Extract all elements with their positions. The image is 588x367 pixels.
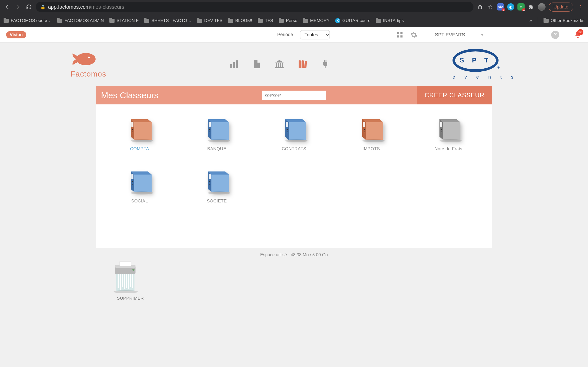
bookmark-item[interactable]: STATION F [109, 18, 139, 23]
factomos-logo[interactable]: Factomos [71, 50, 106, 78]
binder-item[interactable]: Note de Frais [415, 115, 482, 152]
svg-rect-45 [209, 181, 210, 182]
nav-stats-icon[interactable] [229, 59, 239, 69]
svg-rect-29 [287, 129, 288, 130]
svg-rect-57 [126, 274, 127, 288]
svg-point-5 [76, 53, 96, 65]
svg-point-39 [439, 139, 462, 142]
address-bar[interactable]: 🔒 app.factomos.com/mes-classeurs [36, 2, 473, 12]
apps-icon[interactable] [395, 30, 404, 39]
chevron-down-icon: ▼ [480, 33, 484, 37]
svg-rect-41 [132, 181, 133, 182]
bookmark-item[interactable]: SHEETS - FACTO… [144, 18, 191, 23]
bookmark-label: GUITAR cours [342, 18, 370, 23]
binder-item[interactable]: BANQUE [183, 115, 250, 152]
vision-pill[interactable]: Vision [6, 31, 26, 38]
svg-rect-12 [280, 63, 281, 67]
nav-plug-icon[interactable] [320, 59, 330, 69]
svg-rect-34 [364, 132, 365, 132]
module-body: COMPTA BANQUE CONTRATS IMPOTS Note de Fr… [96, 104, 492, 248]
svg-rect-44 [209, 174, 211, 179]
bookmark-label: Perso [286, 18, 297, 23]
folder-icon [144, 19, 149, 23]
folder-icon [228, 19, 233, 23]
binder-item[interactable]: CONTRATS [261, 115, 327, 152]
svg-rect-46 [209, 184, 210, 185]
nav-document-icon[interactable] [252, 59, 262, 69]
svg-rect-50 [120, 262, 131, 266]
svg-point-47 [208, 191, 230, 195]
binder-item[interactable]: IMPOTS [338, 115, 405, 152]
binder-label: CONTRATS [282, 146, 306, 152]
nav-bank-icon[interactable] [274, 59, 285, 69]
search-input[interactable] [262, 91, 326, 100]
svg-rect-54 [120, 274, 121, 290]
module-header: Mes Classeurs CRÉER CLASSEUR [96, 86, 492, 104]
bookmark-item[interactable]: INSTA-tips [376, 18, 404, 23]
bookmark-item[interactable]: TFS [258, 18, 273, 23]
extension-icon[interactable]: ✦1 [517, 3, 525, 10]
menu-icon[interactable]: ⋮ [576, 4, 584, 10]
svg-rect-28 [286, 122, 288, 127]
profile-avatar[interactable] [538, 3, 546, 11]
svg-rect-22 [132, 132, 133, 132]
bookmark-label: TFS [265, 18, 273, 23]
bookmark-item[interactable]: BLOG5!! [228, 18, 252, 23]
svg-rect-1 [397, 32, 399, 34]
bookmark-item[interactable]: KGUITAR cours [335, 18, 370, 23]
update-button[interactable]: Update [549, 3, 573, 12]
folder-icon [57, 19, 62, 23]
binder-label: SOCIAL [131, 199, 148, 204]
star-icon[interactable]: ☆ [487, 3, 494, 10]
extension-icon[interactable]: ◐ [507, 3, 514, 10]
svg-rect-53 [118, 274, 119, 288]
bookmark-label: FACTOMOS ADMIN [64, 18, 104, 23]
svg-point-51 [132, 269, 134, 271]
binder-label: BANQUE [207, 146, 227, 152]
folder-icon [376, 19, 381, 23]
extension-icon[interactable]: </>2 [497, 3, 504, 10]
bookmarks-overflow[interactable]: » [529, 18, 532, 23]
periode-select[interactable]: Toutes [300, 30, 330, 39]
bookmark-label: INSTA-tips [383, 18, 404, 23]
svg-rect-16 [301, 60, 303, 68]
share-icon[interactable] [477, 3, 484, 10]
gear-icon[interactable] [409, 30, 418, 39]
svg-rect-2 [401, 32, 403, 34]
trash-button[interactable]: SUPPRIMER [110, 260, 151, 301]
extensions-icon[interactable] [528, 3, 535, 10]
reload-button[interactable] [25, 3, 33, 11]
help-icon[interactable]: ? [551, 31, 559, 39]
client-logo[interactable]: S P T® e v e n t s [453, 49, 517, 80]
svg-rect-36 [440, 122, 442, 127]
bookmark-item[interactable]: FACTOMOS ADMIN [57, 18, 104, 23]
svg-rect-19 [325, 60, 326, 62]
forward-button[interactable] [14, 3, 22, 11]
account-dropdown[interactable]: SPT EVENTS ▼ [432, 32, 487, 38]
create-binder-button[interactable]: CRÉER CLASSEUR [417, 86, 492, 104]
bookmark-label: FACTOMOS opera… [11, 18, 52, 23]
periode-label: Période : [277, 32, 296, 37]
svg-rect-55 [122, 274, 123, 287]
svg-rect-24 [209, 122, 211, 127]
binder-item[interactable]: COMPTA [106, 115, 173, 152]
bookmark-item[interactable]: MEMORY [303, 18, 330, 23]
bookmark-item[interactable]: Perso [279, 18, 297, 23]
notifications-button[interactable]: 36 [574, 31, 582, 39]
binder-item[interactable]: SOCIETE [183, 167, 250, 204]
binder-item[interactable]: SOCIAL [106, 167, 173, 204]
svg-rect-32 [363, 122, 365, 127]
other-bookmarks[interactable]: Other Bookmarks [544, 18, 584, 23]
bookmark-item[interactable]: DEV TFS [197, 18, 222, 23]
trash-label: SUPPRIMER [110, 296, 151, 301]
factomos-wordmark: Factomos [71, 70, 106, 78]
back-button[interactable] [4, 3, 11, 11]
svg-rect-52 [116, 274, 134, 291]
bookmarks-bar: FACTOMOS opera…FACTOMOS ADMINSTATION FSH… [0, 14, 588, 27]
nav-binders-icon[interactable] [297, 59, 308, 69]
svg-rect-38 [441, 132, 442, 132]
svg-rect-8 [233, 62, 235, 68]
svg-rect-59 [130, 274, 131, 287]
bookmark-item[interactable]: FACTOMOS opera… [4, 18, 52, 23]
folder-icon [109, 19, 115, 23]
